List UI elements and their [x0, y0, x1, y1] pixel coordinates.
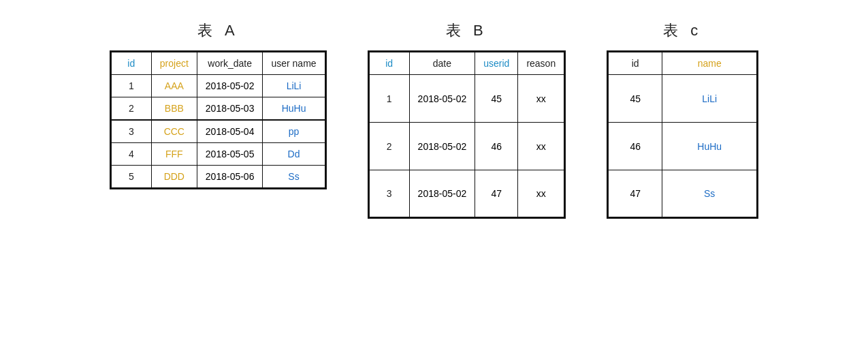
cell-user-name: Ss — [263, 166, 325, 189]
cell-user-name: LiLi — [263, 75, 325, 97]
cell-user-name: HuHu — [263, 97, 325, 121]
cell-user-name: Dd — [263, 143, 325, 166]
col-header-id: id — [608, 52, 662, 75]
cell-project: BBB — [151, 97, 197, 121]
table-c-title: 表 c — [663, 20, 702, 41]
cell-id: 47 — [608, 170, 662, 218]
cell-id: 3 — [368, 170, 409, 218]
col-header-user-name: user name — [263, 52, 325, 75]
table-row: 32018-05-0247xx — [368, 170, 565, 218]
cell-id: 3 — [110, 120, 151, 143]
table-row: 4FFF2018-05-05Dd — [110, 143, 325, 166]
table-row: 2BBB2018-05-03HuHu — [110, 97, 325, 121]
cell-work-date: 2018-05-05 — [197, 143, 263, 166]
table-a-title: 表 A — [197, 20, 239, 41]
cell-id: 2 — [368, 123, 409, 170]
cell-date: 2018-05-02 — [409, 123, 475, 170]
cell-userid: 46 — [475, 123, 518, 170]
cell-name: LiLi — [662, 75, 758, 123]
table-b-header-row: id date userid reason — [368, 52, 565, 75]
table-row: 45LiLi — [608, 75, 758, 123]
cell-work-date: 2018-05-06 — [197, 166, 263, 189]
cell-userid: 45 — [475, 75, 518, 123]
cell-id: 5 — [110, 166, 151, 189]
cell-project: DDD — [151, 166, 197, 189]
table-c-header-row: id name — [608, 52, 758, 75]
table-row: 3CCC2018-05-04pp — [110, 120, 325, 143]
table-row: 46HuHu — [608, 123, 758, 170]
cell-reason: xx — [518, 170, 565, 218]
table-row: 12018-05-0245xx — [368, 75, 565, 123]
cell-id: 1 — [110, 75, 151, 97]
table-row: 22018-05-0246xx — [368, 123, 565, 170]
table-a: id project work_date user name 1AAA2018-… — [110, 50, 327, 189]
cell-date: 2018-05-02 — [409, 75, 475, 123]
table-b-section: 表 B id date userid reason 12018-05-0245x… — [368, 20, 566, 219]
table-b-title: 表 B — [446, 20, 487, 41]
cell-reason: xx — [518, 123, 565, 170]
table-a-header-row: id project work_date user name — [110, 52, 325, 75]
page-container: 表 A id project work_date user name 1AAA2… — [110, 14, 758, 219]
cell-work-date: 2018-05-02 — [197, 75, 263, 97]
col-header-id: id — [368, 52, 409, 75]
cell-name: HuHu — [662, 123, 758, 170]
col-header-userid: userid — [475, 52, 518, 75]
col-header-date: date — [409, 52, 475, 75]
col-header-project: project — [151, 52, 197, 75]
cell-user-name: pp — [263, 120, 325, 143]
col-header-reason: reason — [518, 52, 565, 75]
cell-id: 45 — [608, 75, 662, 123]
table-b: id date userid reason 12018-05-0245xx220… — [368, 50, 566, 219]
table-row: 1AAA2018-05-02LiLi — [110, 75, 325, 97]
cell-userid: 47 — [475, 170, 518, 218]
col-header-work-date: work_date — [197, 52, 263, 75]
cell-project: FFF — [151, 143, 197, 166]
cell-name: Ss — [662, 170, 758, 218]
cell-project: CCC — [151, 120, 197, 143]
table-c: id name 45LiLi46HuHu47Ss — [607, 50, 758, 219]
cell-id: 4 — [110, 143, 151, 166]
table-c-section: 表 c id name 45LiLi46HuHu47Ss — [607, 20, 758, 219]
cell-reason: xx — [518, 75, 565, 123]
cell-id: 1 — [368, 75, 409, 123]
table-row: 47Ss — [608, 170, 758, 218]
cell-work-date: 2018-05-04 — [197, 120, 263, 143]
cell-project: AAA — [151, 75, 197, 97]
cell-id: 46 — [608, 123, 662, 170]
table-a-section: 表 A id project work_date user name 1AAA2… — [110, 20, 327, 189]
col-header-id: id — [110, 52, 151, 75]
cell-work-date: 2018-05-03 — [197, 97, 263, 121]
cell-date: 2018-05-02 — [409, 170, 475, 218]
cell-id: 2 — [110, 97, 151, 121]
col-header-name: name — [662, 52, 758, 75]
table-row: 5DDD2018-05-06Ss — [110, 166, 325, 189]
